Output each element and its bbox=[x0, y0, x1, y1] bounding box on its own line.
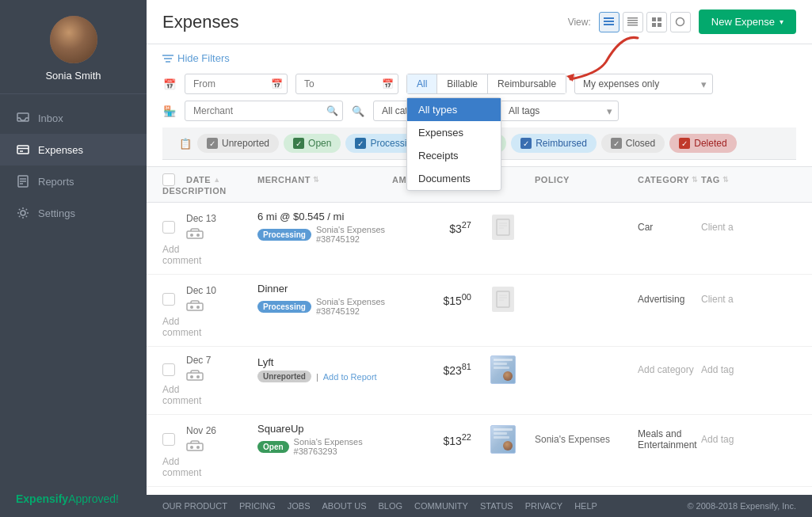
svg-marker-24 bbox=[566, 74, 574, 82]
hide-filters-toggle[interactable]: Hide Filters bbox=[162, 52, 796, 64]
merchant-name[interactable]: 6 mi @ $0.545 / mi bbox=[257, 211, 392, 222]
row-receipt-col bbox=[471, 287, 535, 312]
table-row: Oct 19 SquareUp Unreported | Add to Repo… bbox=[147, 487, 812, 495]
header-right: View: New Expense bbox=[568, 10, 796, 34]
new-expense-button[interactable]: New Expense ▾ bbox=[699, 10, 796, 34]
col-date[interactable]: DATE ▲ bbox=[186, 175, 257, 184]
row-meta: Open Sonia's Expenses #38763293 bbox=[257, 437, 392, 456]
col-tag[interactable]: TAG ⇅ bbox=[701, 175, 796, 184]
sidebar-item-expenses[interactable]: Expenses bbox=[0, 134, 147, 165]
tab-closed[interactable]: ✓ Closed bbox=[601, 134, 665, 153]
tab-reimbursed[interactable]: ✓ Reimbursed bbox=[511, 134, 597, 153]
date-value: Nov 26 bbox=[186, 425, 257, 436]
main-content: Expenses View: bbox=[147, 0, 812, 517]
filter-section: Hide Filters 📅 📅 📅 All Billable bbox=[147, 44, 812, 167]
merchant-name[interactable]: Dinner bbox=[257, 283, 392, 295]
row-description[interactable]: Add comment bbox=[162, 244, 186, 266]
row-merchant-col: Dinner Processing Sonia's Expenses #3874… bbox=[257, 283, 392, 316]
page-header: Expenses View: bbox=[147, 0, 812, 44]
footer-link[interactable]: JOBS bbox=[288, 501, 311, 511]
sidebar-item-settings[interactable]: Settings bbox=[0, 197, 147, 229]
tags-select[interactable]: All tags bbox=[500, 101, 619, 121]
col-description: DESCRIPTION bbox=[162, 186, 186, 196]
footer-link[interactable]: ABOUT US bbox=[322, 501, 366, 511]
type-option-receipts[interactable]: Receipts bbox=[407, 144, 501, 167]
row-date: Nov 26 bbox=[186, 425, 257, 454]
col-policy[interactable]: POLICY bbox=[535, 175, 638, 184]
type-filter-container: All Billable Reimbursable All types Expe… bbox=[406, 74, 566, 94]
footer-link[interactable]: PRIVACY bbox=[525, 501, 562, 511]
to-cal-icon: 📅 bbox=[382, 78, 394, 89]
view-list-btn[interactable] bbox=[599, 12, 619, 32]
row-checkbox[interactable] bbox=[162, 363, 175, 376]
type-option-expenses[interactable]: Expenses bbox=[407, 121, 501, 144]
svg-rect-1 bbox=[17, 146, 29, 154]
footer-link[interactable]: BLOG bbox=[379, 501, 403, 511]
row-date: Dec 13 bbox=[186, 213, 257, 242]
row-date: Dec 7 bbox=[186, 355, 257, 384]
view-compact-btn[interactable] bbox=[623, 12, 643, 32]
add-to-report-link[interactable]: Add to Report bbox=[323, 372, 377, 382]
merchant-name[interactable]: Lyft bbox=[257, 356, 392, 368]
unreported-check-icon: ✓ bbox=[207, 138, 218, 149]
footer-link[interactable]: COMMUNITY bbox=[414, 501, 468, 511]
row-receipt-col bbox=[471, 355, 535, 384]
expenses-table: DATE ▲ MERCHANT ⇅ AMOUNT ⇅ POLICY CATEGO… bbox=[147, 167, 812, 495]
row-receipt-col bbox=[471, 425, 535, 454]
tab-deleted[interactable]: ✓ Deleted bbox=[669, 134, 736, 153]
filter-row-1: 📅 📅 📅 All Billable Reimbursable bbox=[162, 74, 796, 94]
type-option-documents[interactable]: Documents bbox=[407, 167, 501, 190]
sidebar-item-reports[interactable]: Reports bbox=[0, 165, 147, 197]
receipt-thumbnail[interactable] bbox=[490, 355, 516, 384]
row-tag[interactable]: Add tag bbox=[701, 364, 796, 375]
row-checkbox[interactable] bbox=[162, 293, 175, 306]
select-all-checkbox[interactable] bbox=[162, 173, 175, 186]
view-grid-btn[interactable] bbox=[646, 12, 667, 32]
receipt-thumbnail[interactable] bbox=[490, 425, 516, 454]
reports-icon bbox=[16, 174, 30, 188]
row-meta: Unreported | Add to Report bbox=[257, 371, 392, 382]
col-merchant[interactable]: MERCHANT ⇅ bbox=[257, 175, 392, 184]
footer-link[interactable]: OUR PRODUCT bbox=[162, 501, 227, 511]
row-tag[interactable]: Add tag bbox=[701, 434, 796, 445]
type-all-btn[interactable]: All bbox=[407, 74, 437, 93]
row-description[interactable]: Add comment bbox=[162, 316, 186, 338]
open-label: Open bbox=[308, 138, 331, 149]
type-billable-btn[interactable]: Billable bbox=[437, 74, 488, 93]
footer-link[interactable]: PRICING bbox=[239, 501, 276, 511]
sidebar-item-inbox[interactable]: Inbox bbox=[0, 102, 147, 134]
row-checkbox-col bbox=[162, 293, 186, 306]
tab-unreported[interactable]: ✓ Unreported bbox=[197, 134, 279, 153]
view-circle-btn[interactable] bbox=[670, 12, 691, 32]
view-toggles bbox=[599, 12, 691, 32]
row-amount: $1322 bbox=[392, 432, 471, 447]
settings-icon bbox=[16, 206, 30, 220]
search-filter-icon: 🔍 bbox=[351, 105, 365, 117]
svg-rect-39 bbox=[187, 373, 203, 380]
row-tag: Client a bbox=[701, 222, 796, 233]
footer-link[interactable]: HELP bbox=[574, 501, 597, 511]
merchant-name[interactable]: SquareUp bbox=[257, 423, 392, 435]
row-checkbox-col bbox=[162, 363, 186, 376]
status-badge: Processing bbox=[257, 301, 311, 313]
svg-point-8 bbox=[21, 211, 25, 215]
calendar-filter-icon: 📅 bbox=[162, 78, 177, 90]
svg-rect-35 bbox=[497, 291, 509, 307]
row-checkbox[interactable] bbox=[162, 221, 175, 234]
row-description[interactable]: Add comment bbox=[162, 456, 186, 478]
merchant-input[interactable] bbox=[185, 101, 343, 121]
row-category[interactable]: Add category bbox=[638, 364, 701, 375]
expenses-filter-select[interactable]: My expenses only All expenses bbox=[574, 74, 713, 94]
row-merchant-col: SquareUp Open Sonia's Expenses #38763293 bbox=[257, 423, 392, 456]
type-option-all[interactable]: All types bbox=[407, 98, 501, 121]
row-description[interactable]: Add comment bbox=[162, 384, 186, 406]
row-checkbox[interactable] bbox=[162, 433, 175, 446]
tab-open[interactable]: ✓ Open bbox=[284, 134, 341, 153]
type-reimbursable-btn[interactable]: Reimbursable bbox=[488, 74, 566, 93]
expenses-label: Expenses bbox=[38, 144, 83, 156]
col-category[interactable]: CATEGORY ⇅ bbox=[638, 175, 701, 184]
footer-link[interactable]: STATUS bbox=[480, 501, 513, 511]
footer: OUR PRODUCTPRICINGJOBSABOUT USBLOGCOMMUN… bbox=[147, 495, 812, 517]
svg-point-26 bbox=[190, 234, 193, 237]
col-description-label: DESCRIPTION bbox=[162, 186, 227, 196]
